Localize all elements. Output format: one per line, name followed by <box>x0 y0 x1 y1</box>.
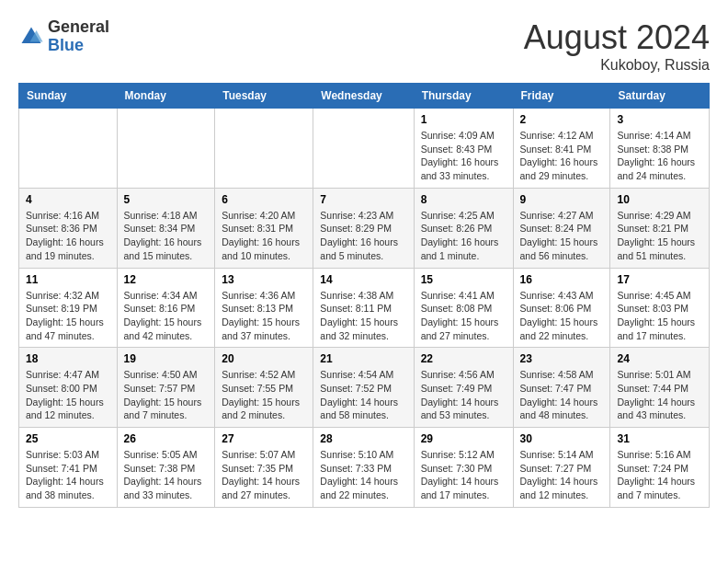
day-number: 11 <box>26 273 110 286</box>
day-number: 13 <box>222 273 306 286</box>
day-info: Sunrise: 5:12 AMSunset: 7:30 PMDaylight:… <box>421 448 506 502</box>
calendar-cell: 6Sunrise: 4:20 AMSunset: 8:31 PMDaylight… <box>215 188 313 268</box>
day-number: 17 <box>617 273 702 286</box>
day-info: Sunrise: 4:50 AMSunset: 7:57 PMDaylight:… <box>124 368 209 422</box>
calendar-cell: 4Sunrise: 4:16 AMSunset: 8:36 PMDaylight… <box>19 188 118 268</box>
calendar-cell <box>313 109 414 189</box>
day-info: Sunrise: 4:23 AMSunset: 8:29 PMDaylight:… <box>320 209 406 263</box>
column-header-thursday: Thursday <box>414 84 513 109</box>
day-info: Sunrise: 4:09 AMSunset: 8:43 PMDaylight:… <box>421 129 506 183</box>
calendar-cell: 23Sunrise: 4:58 AMSunset: 7:47 PMDayligh… <box>513 348 610 428</box>
day-info: Sunrise: 4:41 AMSunset: 8:08 PMDaylight:… <box>421 289 506 343</box>
calendar-cell: 11Sunrise: 4:32 AMSunset: 8:19 PMDayligh… <box>19 268 118 348</box>
month-year-title: August 2024 <box>524 18 710 57</box>
calendar-week-row: 25Sunrise: 5:03 AMSunset: 7:41 PMDayligh… <box>19 428 710 508</box>
calendar-cell: 16Sunrise: 4:43 AMSunset: 8:06 PMDayligh… <box>513 268 610 348</box>
calendar-cell <box>19 109 118 189</box>
day-number: 31 <box>617 432 702 445</box>
calendar-week-row: 11Sunrise: 4:32 AMSunset: 8:19 PMDayligh… <box>19 268 710 348</box>
day-number: 9 <box>520 193 604 206</box>
calendar-cell: 18Sunrise: 4:47 AMSunset: 8:00 PMDayligh… <box>19 348 118 428</box>
day-number: 12 <box>124 273 209 286</box>
day-number: 24 <box>617 352 702 365</box>
column-header-sunday: Sunday <box>19 84 118 109</box>
day-number: 23 <box>520 352 604 365</box>
calendar-cell: 9Sunrise: 4:27 AMSunset: 8:24 PMDaylight… <box>513 188 610 268</box>
day-info: Sunrise: 5:16 AMSunset: 7:24 PMDaylight:… <box>617 448 702 502</box>
calendar-cell <box>117 109 215 189</box>
day-info: Sunrise: 5:14 AMSunset: 7:27 PMDaylight:… <box>520 448 604 502</box>
day-number: 4 <box>26 193 110 206</box>
day-number: 21 <box>320 352 406 365</box>
calendar-cell: 10Sunrise: 4:29 AMSunset: 8:21 PMDayligh… <box>610 188 710 268</box>
day-number: 5 <box>124 193 209 206</box>
calendar-cell: 17Sunrise: 4:45 AMSunset: 8:03 PMDayligh… <box>610 268 710 348</box>
calendar-cell: 1Sunrise: 4:09 AMSunset: 8:43 PMDaylight… <box>414 109 513 189</box>
calendar-week-row: 4Sunrise: 4:16 AMSunset: 8:36 PMDaylight… <box>19 188 710 268</box>
calendar-cell: 24Sunrise: 5:01 AMSunset: 7:44 PMDayligh… <box>610 348 710 428</box>
day-info: Sunrise: 4:32 AMSunset: 8:19 PMDaylight:… <box>26 289 110 343</box>
location-subtitle: Kukoboy, Russia <box>524 57 710 74</box>
day-number: 6 <box>222 193 306 206</box>
day-number: 30 <box>520 432 604 445</box>
day-info: Sunrise: 5:01 AMSunset: 7:44 PMDaylight:… <box>617 368 702 422</box>
day-number: 7 <box>320 193 406 206</box>
day-number: 2 <box>520 113 604 126</box>
logo: General Blue <box>18 18 109 55</box>
day-info: Sunrise: 4:18 AMSunset: 8:34 PMDaylight:… <box>124 209 209 263</box>
calendar-week-row: 18Sunrise: 4:47 AMSunset: 8:00 PMDayligh… <box>19 348 710 428</box>
calendar-cell: 25Sunrise: 5:03 AMSunset: 7:41 PMDayligh… <box>19 428 118 508</box>
calendar-cell: 13Sunrise: 4:36 AMSunset: 8:13 PMDayligh… <box>215 268 313 348</box>
day-info: Sunrise: 5:07 AMSunset: 7:35 PMDaylight:… <box>222 448 306 502</box>
day-info: Sunrise: 5:05 AMSunset: 7:38 PMDaylight:… <box>124 448 209 502</box>
day-number: 10 <box>617 193 702 206</box>
day-number: 8 <box>421 193 506 206</box>
page-header: General Blue August 2024 Kukoboy, Russia <box>18 18 710 74</box>
day-info: Sunrise: 4:56 AMSunset: 7:49 PMDaylight:… <box>421 368 506 422</box>
day-number: 29 <box>421 432 506 445</box>
day-info: Sunrise: 4:45 AMSunset: 8:03 PMDaylight:… <box>617 289 702 343</box>
day-info: Sunrise: 4:47 AMSunset: 8:00 PMDaylight:… <box>26 368 110 422</box>
calendar-cell: 26Sunrise: 5:05 AMSunset: 7:38 PMDayligh… <box>117 428 215 508</box>
day-number: 16 <box>520 273 604 286</box>
day-number: 1 <box>421 113 506 126</box>
day-info: Sunrise: 5:10 AMSunset: 7:33 PMDaylight:… <box>320 448 406 502</box>
calendar-cell: 29Sunrise: 5:12 AMSunset: 7:30 PMDayligh… <box>414 428 513 508</box>
day-number: 27 <box>222 432 306 445</box>
day-info: Sunrise: 4:34 AMSunset: 8:16 PMDaylight:… <box>124 289 209 343</box>
calendar-cell: 21Sunrise: 4:54 AMSunset: 7:52 PMDayligh… <box>313 348 414 428</box>
day-number: 15 <box>421 273 506 286</box>
column-header-saturday: Saturday <box>610 84 710 109</box>
day-number: 19 <box>124 352 209 365</box>
day-number: 26 <box>124 432 209 445</box>
calendar-cell: 31Sunrise: 5:16 AMSunset: 7:24 PMDayligh… <box>610 428 710 508</box>
day-info: Sunrise: 5:03 AMSunset: 7:41 PMDaylight:… <box>26 448 110 502</box>
day-info: Sunrise: 4:25 AMSunset: 8:26 PMDaylight:… <box>421 209 506 263</box>
day-number: 14 <box>320 273 406 286</box>
calendar-cell: 12Sunrise: 4:34 AMSunset: 8:16 PMDayligh… <box>117 268 215 348</box>
calendar-cell: 15Sunrise: 4:41 AMSunset: 8:08 PMDayligh… <box>414 268 513 348</box>
column-header-friday: Friday <box>513 84 610 109</box>
day-info: Sunrise: 4:27 AMSunset: 8:24 PMDaylight:… <box>520 209 604 263</box>
day-info: Sunrise: 4:38 AMSunset: 8:11 PMDaylight:… <box>320 289 406 343</box>
calendar-cell: 3Sunrise: 4:14 AMSunset: 8:38 PMDaylight… <box>610 109 710 189</box>
logo-text: General Blue <box>48 18 109 55</box>
calendar-cell: 28Sunrise: 5:10 AMSunset: 7:33 PMDayligh… <box>313 428 414 508</box>
day-info: Sunrise: 4:36 AMSunset: 8:13 PMDaylight:… <box>222 289 306 343</box>
day-info: Sunrise: 4:12 AMSunset: 8:41 PMDaylight:… <box>520 129 604 183</box>
column-header-wednesday: Wednesday <box>313 84 414 109</box>
day-number: 3 <box>617 113 702 126</box>
column-header-tuesday: Tuesday <box>215 84 313 109</box>
calendar-week-row: 1Sunrise: 4:09 AMSunset: 8:43 PMDaylight… <box>19 109 710 189</box>
day-number: 25 <box>26 432 110 445</box>
calendar-cell: 30Sunrise: 5:14 AMSunset: 7:27 PMDayligh… <box>513 428 610 508</box>
day-number: 28 <box>320 432 406 445</box>
day-number: 22 <box>421 352 506 365</box>
calendar-table: SundayMondayTuesdayWednesdayThursdayFrid… <box>18 83 710 508</box>
day-info: Sunrise: 4:20 AMSunset: 8:31 PMDaylight:… <box>222 209 306 263</box>
day-info: Sunrise: 4:54 AMSunset: 7:52 PMDaylight:… <box>320 368 406 422</box>
calendar-cell: 8Sunrise: 4:25 AMSunset: 8:26 PMDaylight… <box>414 188 513 268</box>
calendar-cell: 2Sunrise: 4:12 AMSunset: 8:41 PMDaylight… <box>513 109 610 189</box>
day-info: Sunrise: 4:14 AMSunset: 8:38 PMDaylight:… <box>617 129 702 183</box>
column-header-monday: Monday <box>117 84 215 109</box>
